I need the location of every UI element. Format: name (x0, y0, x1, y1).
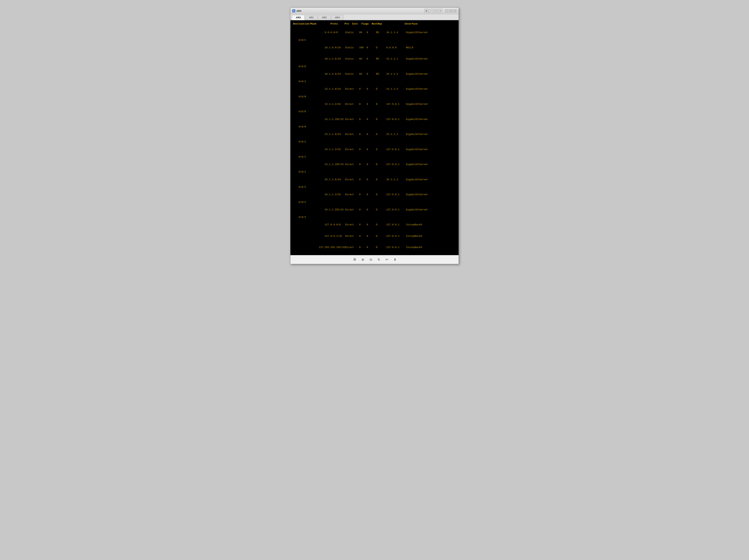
header-nexthop: NextHop (372, 22, 391, 26)
window-title: AR3 (296, 9, 301, 13)
header-cost: Cost (352, 22, 361, 26)
inner-controls: ⧉ − □ × (424, 9, 443, 13)
header-dest: Destination/Mask (293, 22, 330, 26)
tab-ar1[interactable]: AR1 (305, 15, 318, 20)
table-row: 10.1.0.0/16 Static1000D0.0.0.0NULL0 (293, 42, 456, 53)
tab-ar3[interactable]: AR3 (292, 15, 305, 20)
table-header: Destination/Mask Proto Pre Cost Flags Ne… (293, 22, 456, 26)
tab-ar4[interactable]: AR4 (331, 15, 344, 20)
table-row: 23.1.1.0/24 Direct00D23.1.1.3GigabitEthe… (293, 129, 456, 144)
window-icon: ■ (292, 9, 295, 13)
edit-button[interactable]: ✏ (385, 257, 389, 263)
header-pre: Pre (345, 22, 352, 26)
title-close[interactable]: × (453, 9, 457, 13)
toolbar: 🖥 ⊕ ⊖ ↻ ✏ ⬇ (291, 255, 458, 264)
refresh-button[interactable]: ↻ (377, 257, 381, 263)
table-row: 127.255.255.255/32Direct00D127.0.0.1InLo… (293, 242, 456, 253)
table-row: 127.0.0.1/32 Direct00D127.0.0.1InLoopBac… (293, 230, 456, 242)
inner-btn-close[interactable]: × (438, 9, 443, 13)
tab-ar2[interactable]: AR2 (318, 15, 330, 20)
header-proto: Proto (330, 22, 345, 26)
table-row: 23.1.1.3/32 Direct00D127.0.0.1GigabitEth… (293, 144, 456, 159)
inner-btn-maximize[interactable]: □ (434, 9, 438, 13)
inner-btn-minimize[interactable]: − (429, 9, 433, 13)
table-row: 10.1.2.0/24 Static600RD23.1.1.2GigabitEt… (293, 68, 456, 84)
download-button[interactable]: ⬇ (393, 257, 397, 263)
header-flags: Flags (361, 22, 372, 26)
route-table: 0.0.0.0/0 Static600RD34.1.1.4GigabitEthe… (293, 27, 456, 253)
zoom-out-button[interactable]: ⊖ (369, 257, 373, 263)
main-window: ■ AR3 ⧉ − □ × − □ × AR3 AR1 AR2 AR4 Dest… (290, 7, 459, 264)
table-row: 10.1.1.0/24 Static600RD13.1.1.1GigabitEt… (293, 53, 456, 68)
tab-bar: AR3 AR1 AR2 AR4 (291, 14, 458, 20)
title-controls: − □ × (445, 9, 457, 13)
inner-btn-restore[interactable]: ⧉ (424, 9, 428, 13)
table-row: 13.1.1.3/32 Direct00D127.0.0.1GigabitEth… (293, 99, 456, 114)
monitor-button[interactable]: 🖥 (352, 257, 357, 262)
header-iface: Interface (391, 22, 418, 26)
title-maximize[interactable]: □ (449, 9, 453, 13)
title-minimize[interactable]: − (445, 9, 448, 13)
table-row: 13.1.1.0/24 Direct00D13.1.1.3GigabitEthe… (293, 84, 456, 99)
terminal-content: Destination/Mask Proto Pre Cost Flags Ne… (291, 20, 458, 255)
title-left: ■ AR3 (292, 9, 301, 13)
zoom-in-button[interactable]: ⊕ (361, 257, 365, 263)
table-row: 34.1.1.0/24 Direct00D34.1.1.3GigabitEthe… (293, 174, 456, 189)
table-row: 0.0.0.0/0 Static600RD34.1.1.4GigabitEthe… (293, 27, 456, 42)
table-row: 13.1.1.255/32 Direct00D127.0.0.1GigabitE… (293, 114, 456, 129)
table-row: 127.0.0.0/8 Direct00D127.0.0.1InLoopBack… (293, 219, 456, 230)
table-row: 34.1.1.3/32 Direct00D127.0.0.1GigabitEth… (293, 189, 456, 204)
table-row: 23.1.1.255/32 Direct00D127.0.0.1GigabitE… (293, 159, 456, 174)
table-row: 34.1.1.255/32 Direct00D127.0.0.1GigabitE… (293, 204, 456, 219)
title-bar: ■ AR3 ⧉ − □ × − □ × (291, 8, 458, 14)
